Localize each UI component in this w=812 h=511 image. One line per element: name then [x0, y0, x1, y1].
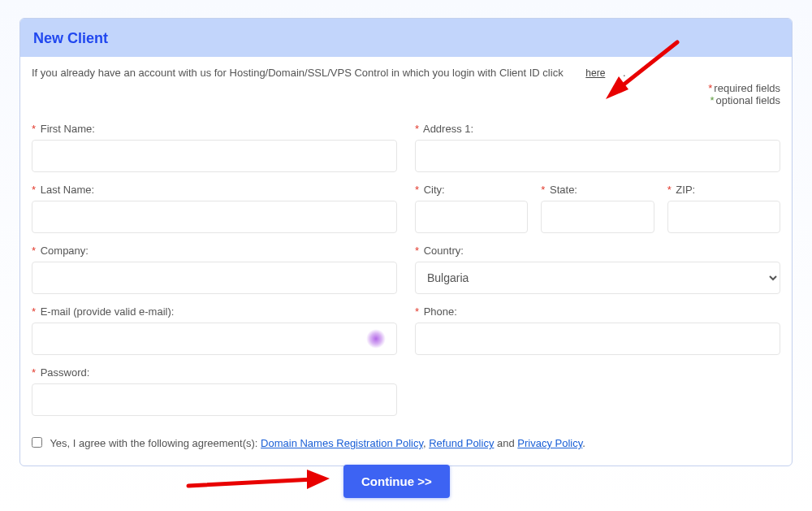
zip-input[interactable]	[667, 201, 780, 233]
legend-required: required fields	[714, 82, 780, 94]
policy-sep2: and	[494, 437, 517, 449]
city-state-zip-row: * City: * State: * ZIP:	[415, 184, 780, 233]
email-input[interactable]	[32, 323, 397, 355]
panel-header: New Client	[20, 19, 792, 57]
phone-input[interactable]	[415, 323, 780, 355]
company-label: * Company:	[32, 245, 397, 257]
phone-field: * Phone:	[415, 305, 780, 355]
password-field: * Password:	[32, 366, 397, 416]
country-label: * Country:	[415, 245, 780, 257]
company-field: * Company:	[32, 245, 397, 294]
policy-domain-link[interactable]: Domain Names Registration Policy	[261, 437, 423, 449]
req-star: *	[708, 82, 712, 94]
address1-field: * Address 1:	[415, 123, 780, 172]
first-name-field: * First Name:	[32, 123, 397, 172]
opt-star: *	[710, 94, 714, 106]
last-name-field: * Last Name:	[32, 184, 397, 233]
phone-label: * Phone:	[415, 305, 780, 318]
continue-button[interactable]: Continue >>	[343, 465, 450, 498]
first-name-label: * First Name:	[32, 123, 397, 135]
city-label: * City:	[415, 184, 528, 196]
state-field: * State:	[541, 184, 654, 233]
state-label: * State:	[541, 184, 654, 196]
existing-account-note: If you already have an account with us f…	[32, 67, 780, 79]
city-input[interactable]	[415, 201, 528, 233]
email-label: * E-mail (provide valid e-mail):	[32, 305, 397, 318]
state-input[interactable]	[541, 201, 654, 233]
annotation-arrow-bottom	[185, 466, 333, 494]
note-text: If you already have an account with us f…	[32, 67, 564, 79]
form-columns: * First Name: * Last Name: * Company: * …	[32, 123, 780, 416]
address1-label: * Address 1:	[415, 123, 780, 135]
legend-optional: optional fields	[716, 94, 781, 106]
agreements-row: Yes, I agree with the following agreemen…	[32, 437, 780, 449]
password-label: * Password:	[32, 366, 397, 379]
svg-marker-3	[307, 470, 330, 489]
agree-checkbox[interactable]	[32, 437, 42, 448]
email-field: * E-mail (provide valid e-mail):	[32, 305, 397, 355]
svg-line-2	[188, 479, 313, 486]
field-legend: *required fields *optional fields	[32, 82, 780, 106]
here-link[interactable]: here	[585, 67, 605, 79]
zip-label: * ZIP:	[667, 184, 780, 196]
policy-refund-link[interactable]: Refund Policy	[429, 437, 494, 449]
zip-field: * ZIP:	[667, 184, 780, 233]
policy-privacy-link[interactable]: Privacy Policy	[517, 437, 582, 449]
country-field: * Country: Bulgaria	[415, 245, 780, 294]
note-period: .	[623, 67, 626, 79]
left-column: * First Name: * Last Name: * Company: * …	[32, 123, 397, 416]
first-name-input[interactable]	[32, 140, 397, 172]
policy-suffix: .	[582, 437, 585, 449]
panel-title: New Client	[33, 30, 779, 47]
right-column: * Address 1: * City: * State: * ZIP:	[415, 123, 780, 416]
city-field: * City:	[415, 184, 528, 233]
panel-body: If you already have an account with us f…	[20, 57, 792, 466]
password-input[interactable]	[32, 383, 397, 416]
address1-input[interactable]	[415, 140, 780, 172]
last-name-input[interactable]	[32, 201, 397, 233]
new-client-panel: New Client If you already have an accoun…	[19, 18, 793, 466]
company-input[interactable]	[32, 262, 397, 294]
last-name-label: * Last Name:	[32, 184, 397, 196]
agree-prefix: Yes, I agree with the following agreemen…	[50, 437, 261, 449]
country-select[interactable]: Bulgaria	[415, 262, 780, 294]
